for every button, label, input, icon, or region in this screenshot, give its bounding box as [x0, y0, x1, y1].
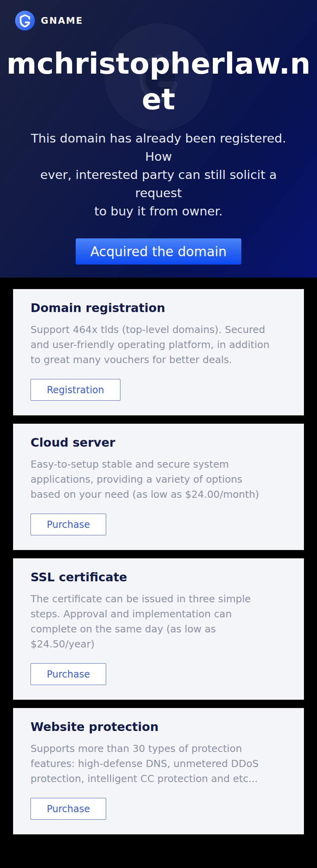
service-card-website-protection: Website protection Supports more than 30…	[13, 708, 304, 834]
page: GNAME mchristopherlaw.n et This domain h…	[0, 0, 317, 868]
service-card-button[interactable]: Purchase	[31, 663, 106, 685]
domain-title: mchristopherlaw.n et	[0, 46, 317, 117]
service-card-description: The certificate can be issued in three s…	[31, 592, 286, 652]
gname-logo-icon	[15, 11, 35, 30]
acquire-domain-button[interactable]: Acquired the domain	[76, 238, 241, 265]
service-card-button[interactable]: Registration	[31, 379, 120, 401]
brand-name: GNAME	[41, 15, 83, 26]
domain-description: This domain has already been registered.…	[22, 129, 295, 220]
service-card-description: Easy-to-setup stable and secure system a…	[31, 457, 286, 502]
service-card-domain-registration: Domain registration Support 464x tlds (t…	[13, 289, 304, 415]
service-card-title: Website protection	[31, 720, 286, 734]
service-card-title: SSL certificate	[31, 571, 286, 584]
service-card-description: Supports more than 30 types of protectio…	[31, 741, 286, 786]
service-card-title: Domain registration	[31, 301, 286, 315]
service-card-ssl-certificate: SSL certificate The certificate can be i…	[13, 558, 304, 700]
hero-section: GNAME mchristopherlaw.n et This domain h…	[0, 0, 317, 278]
service-card-description: Support 464x tlds (top-level domains). S…	[31, 322, 286, 367]
service-card-cloud-server: Cloud server Easy-to-setup stable and se…	[13, 424, 304, 550]
service-card-title: Cloud server	[31, 436, 286, 449]
service-card-button[interactable]: Purchase	[31, 798, 106, 820]
brand[interactable]: GNAME	[15, 11, 83, 30]
services-section: Domain registration Support 464x tlds (t…	[0, 278, 317, 868]
service-card-button[interactable]: Purchase	[31, 514, 106, 535]
